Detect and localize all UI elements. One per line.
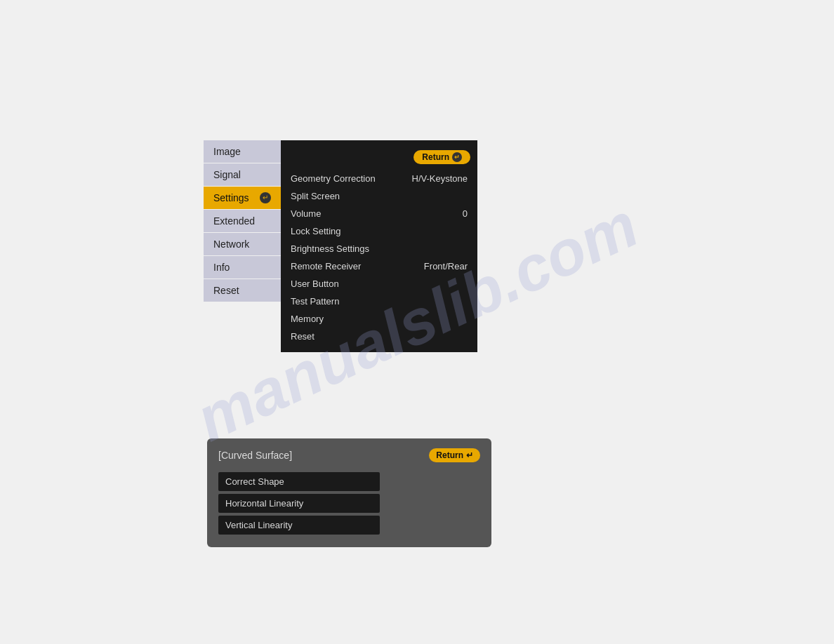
return-enter-icon: ↵	[452, 152, 462, 162]
panel-title: [Curved Surface]	[218, 450, 292, 461]
sidebar-item-info[interactable]: Info	[204, 256, 281, 279]
menu-item-volume[interactable]: Volume 0	[281, 205, 477, 222]
menu-item-memory[interactable]: Memory	[281, 310, 477, 328]
menu-item-remote-receiver[interactable]: Remote Receiver Front/Rear	[281, 257, 477, 275]
sidebar-item-network[interactable]: Network	[204, 233, 281, 255]
sidebar-item-reset[interactable]: Reset	[204, 279, 281, 302]
sidebar: Image Signal Settings ↵ Extended Network…	[204, 140, 281, 352]
menu-item-lock-setting[interactable]: Lock Setting	[281, 222, 477, 240]
menu-item-test-pattern[interactable]: Test Pattern	[281, 293, 477, 310]
bottom-return-button[interactable]: Return ↵	[429, 448, 480, 462]
return-button[interactable]: Return ↵	[413, 150, 470, 164]
menu-item-split-screen[interactable]: Split Screen	[281, 187, 477, 205]
bottom-panel-header: [Curved Surface] Return ↵	[218, 448, 480, 462]
bottom-return-enter-icon: ↵	[466, 450, 473, 460]
panel-header: Return ↵	[281, 147, 477, 170]
enter-icon: ↵	[260, 192, 271, 203]
bottom-menu-item-correct-shape[interactable]: Correct Shape	[218, 472, 380, 491]
sidebar-item-extended[interactable]: Extended	[204, 210, 281, 232]
menu-item-brightness-settings[interactable]: Brightness Settings	[281, 240, 477, 257]
menu-item-user-button[interactable]: User Button	[281, 275, 477, 293]
sidebar-item-signal[interactable]: Signal	[204, 163, 281, 186]
bottom-menu-item-vertical-linearity[interactable]: Vertical Linearity	[218, 516, 380, 535]
menu-item-geometry-correction[interactable]: Geometry Correction H/V-Keystone	[281, 170, 477, 187]
bottom-menu-item-horizontal-linearity[interactable]: Horizontal Linearity	[218, 494, 380, 513]
menu-item-reset[interactable]: Reset	[281, 328, 477, 345]
top-menu-container: Image Signal Settings ↵ Extended Network…	[204, 140, 477, 352]
bottom-menu-container: [Curved Surface] Return ↵ Correct Shape …	[207, 438, 491, 547]
sidebar-item-settings[interactable]: Settings ↵	[204, 187, 281, 209]
sidebar-item-image[interactable]: Image	[204, 140, 281, 163]
settings-panel: Return ↵ Geometry Correction H/V-Keyston…	[281, 140, 477, 352]
